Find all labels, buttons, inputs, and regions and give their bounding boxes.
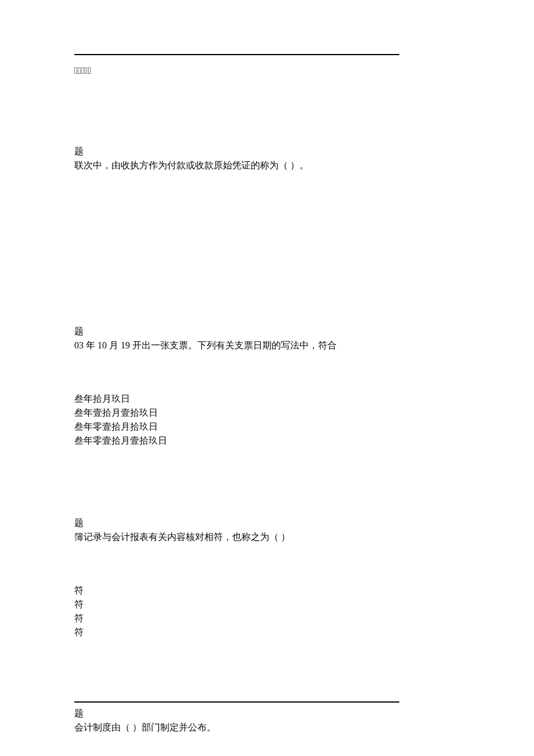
section-3-option-c: 叁年零壹拾月拾玖日	[74, 420, 399, 434]
section-2: 题 联次中，由收执方作为付款或收款原始凭证的称为（ ）。	[74, 145, 399, 172]
section-4-options: 符 符 符 符	[74, 584, 399, 639]
section-4-line-2: 簿记录与会计报表有关内容核对相符，也称之为（ ）	[74, 530, 399, 544]
section-4-option-a: 符	[74, 584, 399, 597]
section-2-line-2: 联次中，由收执方作为付款或收款原始凭证的称为（ ）。	[74, 159, 399, 172]
section-4-line-1: 题	[74, 516, 399, 530]
section-3-option-a: 叁年拾月玖日	[74, 392, 399, 406]
section-1: 𬬸审计报告	[74, 64, 399, 78]
section-5-line-2: 会计制度由（ ）部门制定并公布。	[74, 721, 399, 735]
section-3-line-2: 03 年 10 月 19 开出一张支票。下列有关支票日期的写法中，符合	[74, 339, 399, 352]
section-5-line-1: 题	[74, 707, 399, 721]
section-1-line-1: 𬬸审计报告	[74, 64, 399, 78]
section-3-options: 叁年拾月玖日 叁年壹拾月壹拾玖日 叁年零壹拾月拾玖日 叁年零壹拾月壹拾玖日	[74, 392, 399, 448]
section-4-option-d: 符	[74, 625, 399, 639]
section-3-option-d: 叁年零壹拾月壹拾玖日	[74, 434, 399, 448]
section-3-line-1: 题	[74, 325, 399, 339]
section-2-line-1: 题	[74, 145, 399, 159]
section-3: 题 03 年 10 月 19 开出一张支票。下列有关支票日期的写法中，符合 叁年…	[74, 325, 399, 448]
bottom-border-line	[74, 701, 399, 703]
section-4-option-b: 符	[74, 597, 399, 611]
section-4: 题 簿记录与会计报表有关内容核对相符，也称之为（ ） 符 符 符 符	[74, 516, 399, 639]
section-4-option-c: 符	[74, 611, 399, 625]
document-content: 𬬸审计报告 题 联次中，由收执方作为付款或收款原始凭证的称为（ ）。 题 03 …	[74, 54, 399, 735]
section-5: 题 会计制度由（ ）部门制定并公布。	[74, 707, 399, 735]
section-3-option-b: 叁年壹拾月壹拾玖日	[74, 406, 399, 420]
